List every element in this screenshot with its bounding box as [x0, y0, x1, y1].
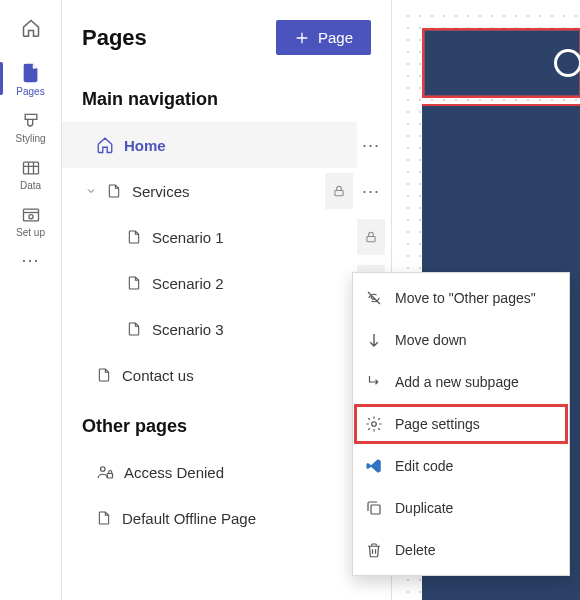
preview-circle-icon — [554, 49, 580, 77]
tree-label: Access Denied — [124, 464, 224, 481]
tree-item-contact[interactable]: Contact us — [62, 352, 391, 398]
left-rail: Pages Styling Data Set up ··· — [0, 0, 62, 600]
svg-rect-4 — [367, 236, 375, 241]
tree-label: Home — [124, 137, 166, 154]
subpage-icon — [365, 373, 383, 391]
svg-point-9 — [372, 422, 377, 427]
setup-icon — [21, 205, 41, 225]
svg-rect-10 — [371, 505, 380, 514]
tree-item-scenario2[interactable]: Scenario 2 — [62, 260, 391, 306]
rail-label: Set up — [16, 227, 45, 238]
preview-header-block[interactable] — [422, 28, 580, 98]
rail-label: Data — [20, 180, 41, 191]
svg-rect-0 — [23, 162, 38, 174]
page-icon — [96, 510, 112, 526]
ctx-duplicate[interactable]: Duplicate — [353, 487, 569, 529]
home-icon — [21, 18, 41, 38]
ctx-label: Duplicate — [395, 500, 453, 516]
lock-icon — [357, 219, 385, 255]
other-pages-heading: Other pages — [62, 398, 391, 449]
ctx-label: Page settings — [395, 416, 480, 432]
rail-item-setup[interactable]: Set up — [0, 197, 62, 244]
svg-point-7 — [101, 467, 106, 472]
ctx-label: Delete — [395, 542, 435, 558]
new-page-button[interactable]: Page — [276, 20, 371, 55]
svg-point-2 — [28, 215, 32, 219]
tree-label: Scenario 3 — [152, 321, 224, 338]
tree-item-scenario3[interactable]: Scenario 3 — [62, 306, 391, 352]
trash-icon — [365, 541, 383, 559]
pages-panel: Pages Page Main navigation Home ··· — [62, 0, 392, 600]
ctx-label: Add a new subpage — [395, 374, 519, 390]
page-icon — [126, 229, 142, 245]
sidebar-header: Pages Page — [62, 0, 391, 71]
svg-rect-8 — [107, 474, 112, 479]
ctx-page-settings[interactable]: Page settings — [353, 403, 569, 445]
tree-label: Contact us — [122, 367, 194, 384]
ctx-move-down[interactable]: Move down — [353, 319, 569, 361]
gear-icon — [365, 415, 383, 433]
grid-icon — [21, 158, 41, 178]
sidebar-title: Pages — [82, 25, 147, 51]
main-nav-heading: Main navigation — [62, 71, 391, 122]
ctx-delete[interactable]: Delete — [353, 529, 569, 571]
tree-label: Services — [132, 183, 190, 200]
tree-label: Default Offline Page — [122, 510, 256, 527]
page-icon — [126, 275, 142, 291]
page-icon — [96, 367, 112, 383]
ellipsis-icon: ··· — [21, 250, 39, 270]
tree-item-access-denied[interactable]: Access Denied — [62, 449, 391, 495]
eye-off-icon — [365, 289, 383, 307]
page-icon — [20, 62, 42, 84]
rail-more-button[interactable]: ··· — [21, 250, 39, 271]
ctx-move-to-other[interactable]: Move to "Other pages" — [353, 277, 569, 319]
tree-label: Scenario 1 — [152, 229, 224, 246]
rail-item-styling[interactable]: Styling — [0, 103, 62, 150]
duplicate-icon — [365, 499, 383, 517]
rail-home-button[interactable] — [11, 8, 51, 48]
tree-item-home[interactable]: Home ··· — [62, 122, 391, 168]
tree-more-button[interactable]: ··· — [357, 131, 385, 159]
page-icon — [126, 321, 142, 337]
tree-item-default-offline[interactable]: Default Offline Page — [62, 495, 391, 541]
rail-label: Styling — [15, 133, 45, 144]
tree-more-button[interactable]: ··· — [357, 177, 385, 205]
lock-icon — [325, 173, 353, 209]
ctx-edit-code[interactable]: Edit code — [353, 445, 569, 487]
person-lock-icon — [96, 463, 114, 481]
ctx-label: Move to "Other pages" — [395, 290, 536, 306]
rail-item-data[interactable]: Data — [0, 150, 62, 197]
page-icon — [106, 183, 122, 199]
ctx-label: Edit code — [395, 458, 453, 474]
svg-rect-3 — [335, 190, 343, 195]
tree-item-scenario1[interactable]: Scenario 1 — [62, 214, 391, 260]
brush-icon — [21, 111, 41, 131]
home-icon — [96, 136, 114, 154]
arrow-down-icon — [365, 331, 383, 349]
chevron-down-icon[interactable] — [82, 182, 100, 200]
rail-label: Pages — [16, 86, 44, 97]
new-page-label: Page — [318, 29, 353, 46]
rail-item-pages[interactable]: Pages — [0, 54, 62, 103]
context-menu: Move to "Other pages" Move down Add a ne… — [352, 272, 570, 576]
ctx-label: Move down — [395, 332, 467, 348]
tree-item-services[interactable]: Services ··· — [62, 168, 391, 214]
plus-icon — [294, 30, 310, 46]
tree-label: Scenario 2 — [152, 275, 224, 292]
vscode-icon — [365, 457, 383, 475]
ctx-add-subpage[interactable]: Add a new subpage — [353, 361, 569, 403]
